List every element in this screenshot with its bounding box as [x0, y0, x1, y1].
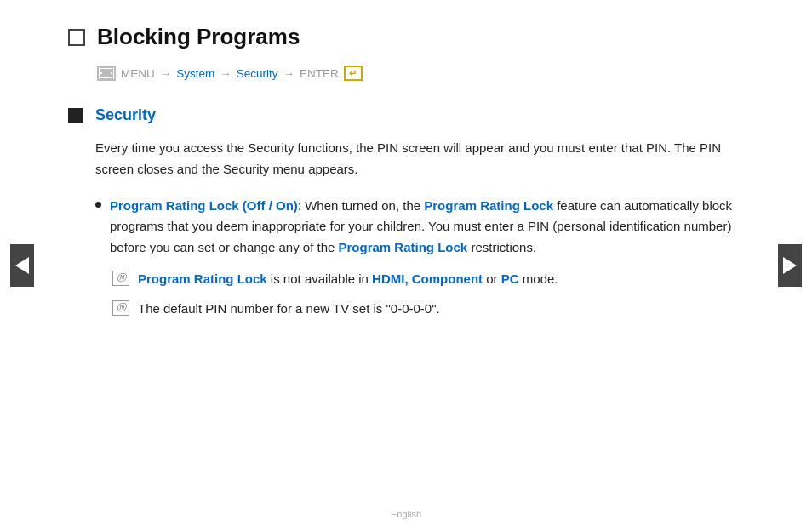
bullet-text: Program Rating Lock (Off / On): When tur…: [110, 196, 744, 259]
blocking-programs-header: Blocking Programs: [68, 24, 744, 50]
enter-icon: ↵: [344, 66, 363, 81]
page-content: Blocking Programs MENU → System → Securi…: [0, 0, 812, 351]
section-title: Security: [95, 106, 156, 124]
security-section: Security Every time you access the Secur…: [68, 106, 744, 319]
footer: English: [0, 509, 812, 519]
arrow-2: →: [220, 67, 232, 80]
note1-link3[interactable]: PC: [501, 271, 519, 286]
nav-arrow-right[interactable]: [778, 244, 802, 287]
menu-label: MENU: [121, 67, 155, 80]
arrow-1: →: [160, 67, 172, 80]
note1-link2[interactable]: HDMI, Component: [372, 271, 483, 286]
intro-text: Every time you access the Security funct…: [95, 138, 744, 180]
bullet-item: Program Rating Lock (Off / On): When tur…: [95, 196, 744, 259]
enter-label: ENTER: [300, 67, 339, 80]
menu-icon-inner: [100, 67, 113, 79]
section-bullet-icon: [68, 108, 83, 123]
note-text-1: Program Rating Lock is not available in …: [138, 269, 558, 290]
note1-link1[interactable]: Program Rating Lock: [138, 271, 267, 286]
section-header: Security: [68, 106, 744, 124]
note1-text2: or: [483, 271, 501, 286]
footer-language: English: [391, 509, 421, 519]
note1-text3: mode.: [519, 271, 558, 286]
menu-system-link[interactable]: System: [176, 67, 214, 80]
bullet-dot: [95, 202, 101, 208]
checkbox-icon: [68, 29, 85, 46]
menu-icon: [97, 66, 116, 81]
menu-path: MENU → System → Security → ENTER ↵: [97, 66, 744, 81]
menu-security-link[interactable]: Security: [237, 67, 278, 80]
program-rating-lock-link-2[interactable]: Program Rating Lock: [424, 198, 553, 213]
menu-bar-1: [102, 70, 111, 71]
note-icon-2: Ⓝ: [112, 300, 129, 316]
menu-bar-3: [102, 75, 111, 77]
bullet-text-3: restrictions.: [467, 240, 536, 254]
note1-text1: is not available in: [267, 271, 372, 286]
note-text-2: The default PIN number for a new TV set …: [138, 299, 440, 320]
left-arrow-icon: [15, 257, 29, 274]
menu-bar-2: [102, 72, 111, 74]
section-body: Every time you access the Security funct…: [95, 138, 744, 319]
bullet-text-1: : When turned on, the: [298, 198, 424, 213]
note-icon-1: Ⓝ: [112, 271, 129, 286]
nav-arrow-left[interactable]: [10, 244, 34, 287]
page-title: Blocking Programs: [97, 24, 300, 50]
program-rating-lock-link-1[interactable]: Program Rating Lock (Off / On): [110, 198, 298, 213]
note-item-1: Ⓝ Program Rating Lock is not available i…: [112, 269, 744, 290]
right-arrow-icon: [783, 257, 797, 274]
note-item-2: Ⓝ The default PIN number for a new TV se…: [112, 299, 744, 320]
program-rating-lock-link-3[interactable]: Program Rating Lock: [339, 240, 468, 254]
arrow-3: →: [283, 67, 295, 80]
